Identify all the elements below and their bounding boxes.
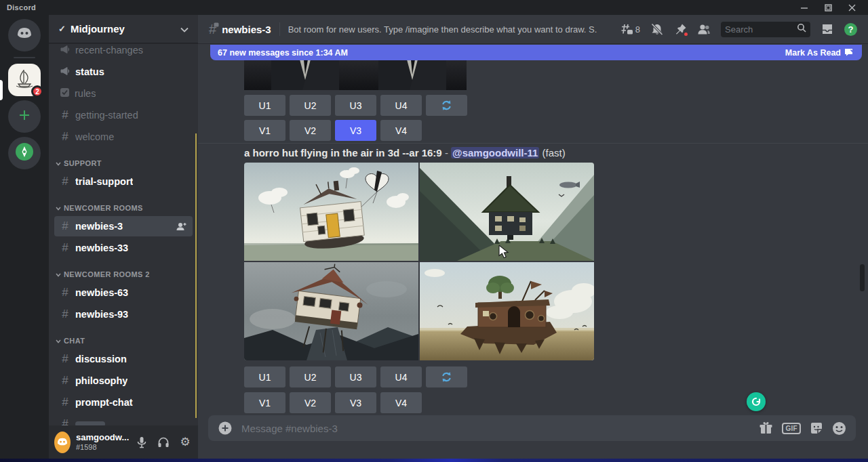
sticker-picker-button[interactable]	[810, 421, 823, 435]
channel-partial[interactable]: #	[54, 414, 193, 425]
user-mention[interactable]: @samgoodwill-11	[451, 147, 539, 159]
category-label: SUPPORT	[64, 159, 102, 167]
channel-label: newbies-93	[75, 309, 128, 320]
hash-icon: #	[60, 308, 71, 321]
channel-rules[interactable]: rules	[54, 83, 193, 104]
channel-newbies-63[interactable]: # newbies-63	[54, 282, 193, 303]
v4-button[interactable]: V4	[380, 120, 422, 141]
category-chat[interactable]: CHAT	[54, 334, 193, 348]
hash-icon: #	[60, 108, 71, 122]
prompt-text: a horro hut flying in the air in 3d --ar…	[244, 147, 442, 159]
emoji-picker-button[interactable]	[832, 421, 846, 436]
u4-button[interactable]: U4	[380, 366, 422, 387]
category-newcomer-rooms[interactable]: NEWCOMER ROOMS	[54, 201, 193, 215]
v4-button[interactable]: V4	[380, 392, 422, 413]
grammarly-sidebar-line	[195, 133, 197, 418]
previous-generation-image[interactable]	[244, 60, 467, 90]
channel-label: recent-changes	[75, 45, 143, 56]
grid-image-crooked-hut[interactable]	[244, 262, 418, 360]
channel-prompt-chat[interactable]: # prompt-chat	[54, 392, 193, 413]
pinned-messages-icon[interactable]	[674, 23, 687, 36]
category-support[interactable]: SUPPORT	[54, 156, 193, 170]
minimize-button[interactable]	[801, 4, 808, 12]
user-panel: samgoodw... #1598 ⚙	[49, 425, 198, 459]
channel-label: trial-support	[75, 176, 133, 187]
home-button[interactable]	[8, 19, 41, 51]
grid-image-balloon-house[interactable]	[244, 163, 418, 261]
u2-button[interactable]: U2	[290, 366, 331, 387]
notifications-muted-icon[interactable]	[650, 23, 664, 36]
v3-button[interactable]: V3	[335, 392, 376, 413]
inbox-icon[interactable]	[821, 23, 834, 35]
category-label: NEWCOMER ROOMS	[64, 204, 143, 212]
channel-label: newbies-33	[75, 243, 128, 253]
v1-button[interactable]: V1	[244, 120, 285, 141]
channel-recent-changes[interactable]: recent-changes	[54, 44, 193, 60]
new-pin-badge	[683, 31, 689, 37]
u4-button[interactable]: U4	[380, 95, 422, 116]
member-list-icon[interactable]	[697, 23, 711, 35]
channel-newbies-93[interactable]: # newbies-93	[54, 304, 193, 324]
mark-as-read-label: Mark As Read	[785, 48, 841, 58]
channel-newbies-3[interactable]: # newbies-3	[54, 216, 193, 236]
gift-button[interactable]	[759, 421, 773, 435]
server-rail: 2	[0, 15, 49, 459]
attach-file-button[interactable]	[218, 421, 233, 436]
channel-newbies-33[interactable]: # newbies-33	[54, 238, 193, 258]
explore-servers-button[interactable]	[8, 137, 41, 169]
user-avatar[interactable]	[54, 432, 71, 453]
close-button[interactable]	[848, 4, 856, 12]
taskbar-edge	[0, 459, 868, 462]
prompt-dash: -	[445, 147, 448, 159]
v2-button[interactable]: V2	[290, 120, 331, 141]
mute-mic-button[interactable]	[134, 435, 149, 450]
channel-status[interactable]: status	[54, 62, 193, 82]
rules-icon	[60, 87, 70, 100]
bubble-check-icon	[844, 48, 854, 57]
mark-as-read-button[interactable]: Mark As Read	[785, 48, 854, 58]
category-newcomer-rooms-2[interactable]: NEWCOMER ROOMS 2	[54, 268, 193, 281]
channel-welcome[interactable]: # welcome	[54, 127, 193, 147]
discord-app: Discord 2 ✓ Midjourney	[0, 0, 868, 462]
channel-philosophy[interactable]: # philosophy	[54, 371, 193, 391]
create-invite-icon[interactable]	[176, 222, 187, 232]
maximize-button[interactable]	[825, 4, 832, 12]
channel-getting-started[interactable]: # getting-started	[54, 105, 193, 125]
rail-separator	[14, 57, 35, 58]
new-messages-banner[interactable]: 67 new messages since 1:34 AM Mark As Re…	[210, 45, 862, 60]
variation-button-row: V1 V2 V3 V4	[244, 392, 422, 413]
deafen-button[interactable]	[156, 435, 171, 450]
chat-scrollbar-thumb[interactable]	[860, 264, 865, 291]
channel-discussion[interactable]: # discussion	[54, 349, 193, 369]
hash-icon: #	[60, 175, 71, 188]
search-input[interactable]	[725, 24, 797, 35]
gif-picker-button[interactable]: GIF	[782, 423, 801, 434]
u3-button[interactable]: U3	[335, 95, 376, 116]
server-header[interactable]: ✓ Midjourney	[49, 15, 198, 43]
search-icon	[797, 23, 806, 35]
u1-button[interactable]: U1	[244, 95, 285, 116]
chat-header: # newbies-3 Bot room for new users. Type…	[198, 15, 868, 43]
reroll-button[interactable]	[426, 95, 467, 116]
server-icon-midjourney[interactable]: 2	[8, 64, 41, 96]
u3-button[interactable]: U3	[335, 366, 376, 387]
grid-image-mountain-house[interactable]	[420, 163, 594, 261]
grammarly-icon[interactable]	[747, 392, 766, 411]
grid-image-airship-house[interactable]	[420, 262, 594, 360]
threads-icon[interactable]: 8	[620, 23, 640, 35]
u1-button[interactable]: U1	[244, 366, 285, 387]
u2-button[interactable]: U2	[290, 95, 331, 116]
add-server-button[interactable]	[8, 100, 41, 133]
help-icon[interactable]: ?	[844, 23, 857, 36]
channel-list: recent-changes status rules # getting-st…	[49, 44, 198, 425]
channel-topic[interactable]: Bot room for new users. Type /imagine th…	[288, 24, 597, 35]
help-glyph: ?	[848, 24, 854, 35]
generated-image-grid[interactable]	[244, 163, 594, 360]
settings-gear-icon[interactable]: ⚙	[178, 435, 193, 450]
reroll-button[interactable]	[426, 366, 467, 387]
message-input[interactable]	[241, 423, 750, 434]
v1-button[interactable]: V1	[244, 392, 285, 413]
channel-trial-support[interactable]: # trial-support	[54, 171, 193, 192]
v2-button[interactable]: V2	[290, 392, 331, 413]
v3-button-active[interactable]: V3	[335, 120, 376, 141]
